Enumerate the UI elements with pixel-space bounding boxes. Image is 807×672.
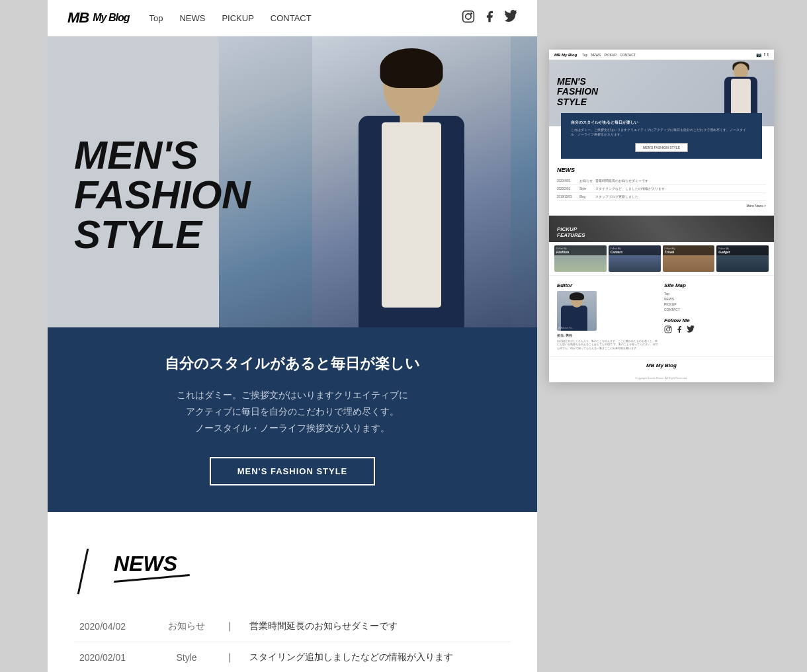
prev-editor-title: Editor xyxy=(557,282,659,288)
news-table: 2020/04/02 お知らせ ｜ 営業時間延長のお知らせダミーです 2020/… xyxy=(74,611,511,672)
instagram-icon[interactable] xyxy=(462,10,475,26)
prev-card-fashion: Follow My Fashion xyxy=(554,245,607,272)
list-item: Top xyxy=(664,291,766,296)
prev-hero-title: MEN'SFASHIONSTYLE xyxy=(557,77,598,107)
nav-pickup[interactable]: PICKUP xyxy=(222,13,253,23)
prev-follow-icons xyxy=(664,325,766,335)
svg-point-4 xyxy=(667,327,670,331)
nav-news[interactable]: NEWS xyxy=(179,13,205,23)
prev-facebook-icon: f xyxy=(764,52,765,58)
prev-news-row: 2020/2/01 Style スタイリングなど、しましたの情報が入ります xyxy=(557,185,766,193)
list-item: NEWS xyxy=(664,296,766,302)
main-site: MB My Blog Top NEWS PICKUP CONTACT xyxy=(48,0,537,672)
main-nav: Top NEWS PICKUP CONTACT xyxy=(149,13,462,23)
prev-card-camera: Follow My Camera xyxy=(609,245,661,272)
prev-twitter-follow-icon[interactable] xyxy=(687,325,695,335)
prev-header: MB My Blog Top NEWS PICKUP CONTACT 📷 f t xyxy=(549,50,774,60)
prev-sitemap-title: Site Map xyxy=(664,282,766,288)
news-category: お知らせ xyxy=(153,611,220,642)
prev-pickup-banner: PICKUP FEATURES xyxy=(549,216,774,242)
table-row: 2020/04/02 お知らせ ｜ 営業時間延長のお知らせダミーです xyxy=(74,611,511,642)
facebook-icon[interactable] xyxy=(483,10,496,26)
prev-editor-section: Editor A Adobe St... 担当: 男性 自己紹介文がたくさん入り… xyxy=(557,282,659,351)
prev-bottom-logo: MB My Blog xyxy=(646,362,677,368)
prev-sitemap-links: Top NEWS PICKUP CONTACT xyxy=(664,291,766,312)
news-date: 2020/04/02 xyxy=(74,611,153,642)
logo-text: My Blog xyxy=(93,12,129,24)
list-item: CONTACT xyxy=(664,307,766,312)
intro-box: 自分のスタイルがあると毎日が楽しい これはダミー。ご挨拶文がはいりますクリエイテ… xyxy=(48,327,537,512)
preview-site: MB My Blog Top NEWS PICKUP CONTACT 📷 f t… xyxy=(549,50,774,382)
intro-button[interactable]: MEN'S FASHION STYLE xyxy=(210,457,376,485)
prev-facebook-follow-icon[interactable] xyxy=(675,325,683,335)
prev-sitemap-section: Site Map Top NEWS PICKUP CONTACT xyxy=(664,282,766,312)
prev-right-col: Site Map Top NEWS PICKUP CONTACT Follow … xyxy=(664,282,766,351)
twitter-icon[interactable] xyxy=(504,10,517,26)
svg-point-1 xyxy=(466,13,471,19)
prev-copyright: Copyright Kazuki Kitano. All Right Reser… xyxy=(549,374,774,382)
prev-intro-box: 自分のスタイルがあると毎日が楽しい これはダミー。ご挨拶文がはいりますクリエイテ… xyxy=(561,113,762,159)
prev-instagram-icon: 📷 xyxy=(756,52,762,58)
prev-news-section: NEWS 2020/4/02 お知らせ 営業時間延長のお知らせダミーです 202… xyxy=(549,159,774,216)
nav-contact[interactable]: CONTACT xyxy=(271,13,312,23)
news-category: Style xyxy=(153,642,220,672)
prev-editor-name: 担当: 男性 xyxy=(557,333,659,337)
nav-top[interactable]: Top xyxy=(149,13,163,23)
prev-footer: Editor A Adobe St... 担当: 男性 自己紹介文がたくさん入り… xyxy=(549,275,774,357)
news-section-title: NEWS xyxy=(114,552,177,576)
news-content: 営業時間延長のお知らせダミーです xyxy=(244,611,511,642)
hero-title: MEN'S FASHION STYLE xyxy=(74,136,251,255)
hero-background xyxy=(219,36,537,327)
intro-heading: 自分のスタイルがあると毎日が楽しい xyxy=(81,354,504,374)
prev-intro-body: これはダミー。ご挨拶文がはいりますクリエイティブにアクティブに毎日を自分のこだわ… xyxy=(571,128,752,138)
prev-intro-button[interactable]: MEN'S FASHION STYLE xyxy=(635,143,688,152)
hero-section: MEN'S FASHION STYLE xyxy=(48,36,537,327)
prev-bottom-bar: MB My Blog xyxy=(549,357,774,374)
prev-news-row: 2020/4/02 お知らせ 営業時間延長のお知らせダミーです xyxy=(557,177,766,185)
social-icons xyxy=(462,10,517,26)
table-row: 2020/02/01 Style ｜ スタイリング追加しましたなどの情報が入りま… xyxy=(74,642,511,672)
prev-footer-grid: Editor A Adobe St... 担当: 男性 自己紹介文がたくさん入り… xyxy=(557,282,766,351)
site-logo[interactable]: MB My Blog xyxy=(67,9,129,26)
list-item: PICKUP xyxy=(664,302,766,307)
prev-twitter-icon: t xyxy=(767,52,769,58)
prev-card-gadget: Follow My Gadget xyxy=(716,245,769,272)
prev-editor-bio: 自己紹介文がたくさん入り、私のことを伝えます。ここに書かれたものも色々と、特にと… xyxy=(557,339,659,351)
news-separator: ｜ xyxy=(220,611,244,642)
news-section: NEWS 2020/04/02 お知らせ ｜ 営業時間延長のお知らせダミーです … xyxy=(48,512,537,672)
prev-more-news[interactable]: More News > xyxy=(557,201,766,210)
svg-point-5 xyxy=(669,327,671,328)
logo-icon: MB xyxy=(67,9,89,26)
prev-card-travel: Follow My Travel xyxy=(663,245,715,272)
prev-news-title: NEWS xyxy=(557,167,766,173)
prev-news-row: 2019/12/03 Blog スタッフブログ更新しました xyxy=(557,193,766,201)
news-date: 2020/02/01 xyxy=(74,642,153,672)
prev-intro-heading: 自分のスタイルがあると毎日が楽しい xyxy=(571,120,752,126)
prev-instagram-follow-icon[interactable] xyxy=(664,325,672,335)
news-content: スタイリング追加しましたなどの情報が入ります xyxy=(244,642,511,672)
svg-point-2 xyxy=(471,13,472,14)
site-header: MB My Blog Top NEWS PICKUP CONTACT xyxy=(48,0,537,36)
prev-follow-title: Follow Me xyxy=(664,317,766,323)
prev-editor-image: A Adobe St... xyxy=(557,291,597,331)
svg-rect-0 xyxy=(463,11,474,22)
prev-nav: Top NEWS PICKUP CONTACT xyxy=(582,53,756,57)
prev-follow-section: Follow Me xyxy=(664,317,766,335)
prev-pickup-section: PICKUP FEATURES Follow My Fashion Follow… xyxy=(549,216,774,275)
prev-pickup-title: PICKUP FEATURES xyxy=(557,227,585,239)
prev-pickup-cards: Follow My Fashion Follow My Camera Follo… xyxy=(549,242,774,275)
prev-social-icons: 📷 f t xyxy=(756,52,769,58)
prev-logo: MB My Blog xyxy=(554,53,577,57)
intro-body: これはダミー。ご挨拶文がはいりますクリエイティブに アクティブに毎日を自分のこだ… xyxy=(81,387,504,437)
news-separator: ｜ xyxy=(220,642,244,672)
